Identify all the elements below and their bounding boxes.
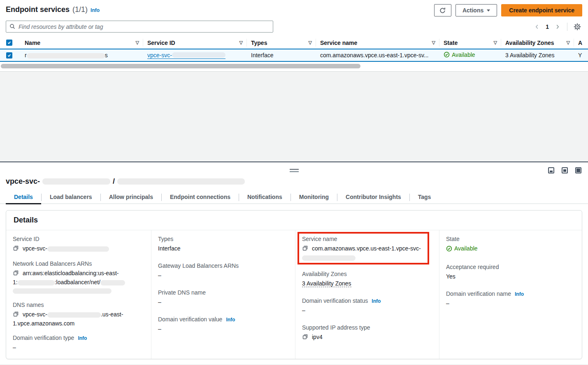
filter-icon[interactable]: ▽ [567, 40, 570, 45]
copy-icon[interactable] [302, 334, 308, 342]
details-column-2: Types Interface Gateway Load Balancers A… [151, 230, 295, 359]
field-domain-verification-type: Domain verification typeInfo – [13, 335, 144, 351]
tab-load-balancers[interactable]: Load balancers [42, 191, 100, 204]
previous-page-icon[interactable] [532, 22, 542, 31]
field-state: State Available [446, 236, 575, 254]
cell-state: Available [439, 51, 501, 59]
service-id-link[interactable]: vpce-svc- [147, 52, 225, 59]
redacted-text [42, 178, 110, 185]
info-link[interactable]: Info [515, 291, 524, 297]
refresh-icon [439, 7, 446, 14]
select-all-checkbox[interactable] [6, 40, 12, 46]
page-number[interactable]: 1 [544, 23, 551, 30]
title-group: Endpoint services (1/1) Info [6, 4, 100, 14]
details-card-heading: Details [6, 211, 582, 230]
redacted-text [47, 246, 109, 252]
cell-name: rs [21, 52, 143, 58]
panel-tabs: Details Load balancers Allow principals … [0, 191, 588, 204]
filter-icon[interactable]: ▽ [309, 40, 312, 45]
panel-position-bottom-icon[interactable] [548, 167, 554, 173]
create-endpoint-service-button[interactable]: Create endpoint service [501, 4, 582, 16]
column-header-availability-zones[interactable]: Availability Zones▽ [501, 37, 574, 49]
column-header-service-name[interactable]: Service name▽ [316, 37, 439, 49]
refresh-button[interactable] [434, 4, 451, 16]
redacted-text [47, 312, 101, 318]
row-checkbox[interactable] [6, 52, 12, 58]
cell-types: Interface [247, 52, 316, 58]
details-column-1: Service ID vpce-svc- Network Load Balanc… [6, 230, 151, 359]
tab-allow-principals[interactable]: Allow principals [101, 191, 161, 204]
page-title: Endpoint services [6, 5, 70, 14]
redacted-text [13, 288, 112, 294]
column-header-service-id[interactable]: Service ID▽ [143, 37, 247, 49]
field-service-name: Service name com.amazonaws.vpce.us-east-… [302, 236, 432, 262]
field-availability-zones: Availability Zones 3 Availability Zones [302, 271, 432, 288]
copy-icon[interactable] [302, 245, 308, 253]
field-types: Types Interface [158, 236, 288, 253]
tab-endpoint-connections[interactable]: Endpoint connections [162, 191, 239, 204]
column-header-types[interactable]: Types▽ [247, 37, 316, 49]
cell-service-id: vpce-svc- [143, 52, 247, 59]
cell-service-name: com.amazonaws.vpce.us-east-1.vpce-sv... [316, 52, 439, 58]
toolbar: 1 [0, 19, 588, 33]
field-service-id: Service ID vpce-svc- [13, 236, 144, 253]
endpoint-services-panel: Endpoint services (1/1) Info Actions Cre… [0, 0, 588, 72]
content-background [0, 72, 588, 161]
header-actions: Actions Create endpoint service [434, 4, 582, 16]
table-row[interactable]: rs vpce-svc- Interface com.amazonaws.vpc… [0, 49, 588, 62]
redacted-text [18, 280, 55, 285]
field-dns-names: DNS names vpce-svc-.us-east- 1.vpce.amaz… [13, 302, 144, 328]
actions-button[interactable]: Actions [456, 4, 497, 16]
horizontal-scrollbar-thumb[interactable] [1, 64, 360, 68]
next-page-icon[interactable] [553, 22, 562, 31]
tab-details[interactable]: Details [6, 191, 41, 204]
panel-drag-handle[interactable] [290, 169, 299, 172]
field-gateway-load-balancers-arns: Gateway Load Balancers ARNs – [158, 262, 288, 279]
tab-tags[interactable]: Tags [410, 191, 439, 204]
resource-count: (1/1) [72, 5, 88, 14]
pagination: 1 [532, 22, 582, 32]
tab-monitoring[interactable]: Monitoring [291, 191, 337, 204]
endpoint-services-table: Name▽ Service ID▽ Types▽ Service name▽ S… [0, 37, 588, 62]
search-input[interactable] [19, 23, 270, 30]
search-box[interactable] [6, 21, 273, 33]
details-card: Details Service ID vpce-svc- Network Loa… [6, 210, 582, 359]
field-network-load-balancers-arns: Network Load Balancers ARNs arn:aws:elas… [13, 260, 144, 295]
filter-icon[interactable]: ▽ [432, 40, 435, 45]
filter-icon[interactable]: ▽ [239, 40, 243, 45]
column-header-acceptance[interactable]: A [574, 37, 588, 49]
availability-zones-popover[interactable]: 3 Availability Zones [302, 280, 351, 287]
settings-gear-icon[interactable] [572, 22, 582, 32]
redacted-text [172, 52, 225, 58]
details-columns: Service ID vpce-svc- Network Load Balanc… [6, 230, 582, 359]
status-available-icon [444, 51, 450, 58]
chevron-down-icon [487, 9, 490, 12]
redacted-text [302, 255, 356, 261]
tab-notifications[interactable]: Notifications [239, 191, 291, 204]
status-available-icon [446, 246, 452, 252]
details-column-4: State Available Acceptance required Yes … [439, 230, 582, 359]
copy-icon[interactable] [13, 270, 19, 278]
redacted-text [100, 280, 125, 285]
cell-availability-zones: 3 Availability Zones [501, 52, 574, 58]
details-column-3: Service name com.amazonaws.vpce.us-east-… [295, 230, 439, 359]
redacted-text [117, 178, 245, 185]
info-link[interactable]: Info [372, 298, 381, 304]
tab-contributor-insights[interactable]: Contributor Insights [337, 191, 409, 204]
filter-icon[interactable]: ▽ [136, 40, 139, 45]
panel-title: vpce-svc- / [6, 177, 582, 186]
title-info-link[interactable]: Info [91, 7, 100, 13]
column-header-name[interactable]: Name▽ [21, 37, 143, 49]
row-checkbox-cell [0, 52, 21, 58]
info-link[interactable]: Info [78, 335, 87, 341]
filter-icon[interactable]: ▽ [494, 40, 497, 45]
column-header-state[interactable]: State▽ [439, 37, 501, 49]
copy-icon[interactable] [13, 245, 19, 253]
horizontal-scrollbar [0, 64, 588, 68]
copy-icon[interactable] [13, 311, 19, 319]
info-link[interactable]: Info [226, 317, 235, 323]
split-panel: vpce-svc- / Details Load balancers Allow… [0, 161, 588, 364]
panel-position-split-icon[interactable] [562, 167, 568, 173]
panel-position-side-icon[interactable] [575, 167, 581, 173]
availability-zones-popover[interactable]: 3 Availability Zones [505, 52, 555, 58]
